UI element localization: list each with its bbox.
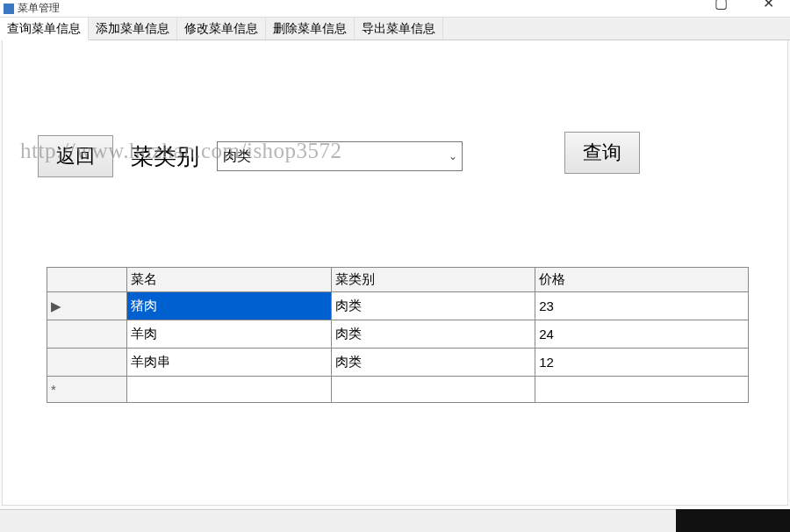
bottom-dark-strip xyxy=(676,509,790,532)
col-header-name[interactable]: 菜名 xyxy=(127,268,332,292)
tab-query-menu[interactable]: 查询菜单信息 xyxy=(0,18,89,40)
tab-edit-menu[interactable]: 修改菜单信息 xyxy=(177,18,266,40)
tab-export-menu[interactable]: 导出菜单信息 xyxy=(355,18,443,40)
title-bar: 菜单管理 ▢ ✕ xyxy=(0,0,790,18)
col-header-price[interactable]: 价格 xyxy=(535,268,749,292)
app-icon xyxy=(4,4,14,14)
cell-price[interactable]: 12 xyxy=(535,349,749,377)
tab-bar: 查询菜单信息 添加菜单信息 修改菜单信息 删除菜单信息 导出菜单信息 xyxy=(0,18,790,40)
maximize-icon[interactable]: ▢ xyxy=(707,0,734,11)
window-title: 菜单管理 xyxy=(18,1,60,16)
bottom-edge xyxy=(0,509,790,532)
cell-category[interactable]: 肉类 xyxy=(331,320,535,349)
cell-name[interactable]: 羊肉串 xyxy=(127,349,332,377)
category-select-wrap: ⌄ xyxy=(217,141,463,171)
table-row[interactable]: 羊肉串 肉类 12 xyxy=(47,349,749,377)
cell-category[interactable]: 肉类 xyxy=(331,349,535,377)
cell-price[interactable] xyxy=(535,377,749,403)
cell-category[interactable]: 肉类 xyxy=(331,292,535,320)
table-row-new[interactable]: * xyxy=(47,377,749,403)
back-button[interactable]: 返回 xyxy=(38,135,113,177)
tab-delete-menu[interactable]: 删除菜单信息 xyxy=(266,18,355,40)
row-indicator xyxy=(47,349,127,377)
cell-name[interactable]: 猪肉 xyxy=(127,292,332,320)
cell-price[interactable]: 24 xyxy=(535,320,749,349)
query-controls: 返回 菜类别 ⌄ xyxy=(38,135,463,177)
category-label: 菜类别 xyxy=(131,141,199,172)
row-indicator xyxy=(47,320,127,349)
cell-price[interactable]: 23 xyxy=(535,292,749,320)
row-indicator: * xyxy=(47,377,127,403)
category-select[interactable] xyxy=(217,141,463,171)
table-row[interactable]: 羊肉 肉类 24 xyxy=(47,320,749,349)
window-controls: ▢ ✕ xyxy=(707,0,790,11)
grid-corner xyxy=(47,268,127,292)
col-header-category[interactable]: 菜类别 xyxy=(331,268,535,292)
query-button[interactable]: 查询 xyxy=(564,132,640,174)
table-row[interactable]: ▶ 猪肉 肉类 23 xyxy=(47,292,749,320)
tab-add-menu[interactable]: 添加菜单信息 xyxy=(89,18,177,40)
cell-category[interactable] xyxy=(331,377,535,403)
cell-name[interactable]: 羊肉 xyxy=(127,320,332,349)
row-indicator: ▶ xyxy=(47,292,127,320)
grid-header-row: 菜名 菜类别 价格 xyxy=(47,268,749,292)
menu-data-grid[interactable]: 菜名 菜类别 价格 ▶ 猪肉 肉类 23 羊肉 肉类 24 羊肉串 肉类 xyxy=(47,267,749,403)
close-icon[interactable]: ✕ xyxy=(755,0,781,11)
tab-content: http://www.huzhan.com/ishop3572 返回 菜类别 ⌄… xyxy=(2,40,788,506)
cell-name[interactable] xyxy=(127,377,332,403)
